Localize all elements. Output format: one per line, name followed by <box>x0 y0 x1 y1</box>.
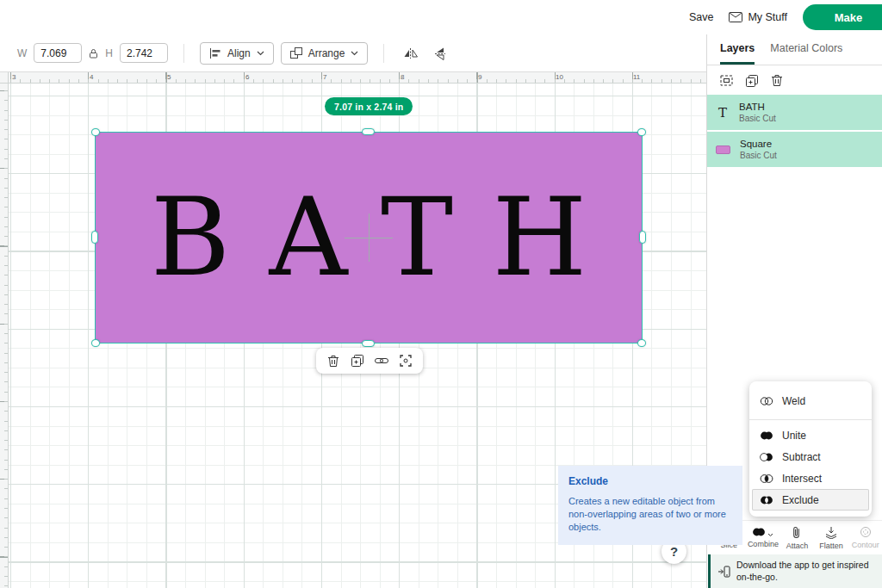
promo-text: Download the app to get inspired on-the-… <box>736 560 877 582</box>
combine-button[interactable]: Combine <box>747 521 780 554</box>
action-label: Flatten <box>819 542 843 550</box>
ruler-number: 6 <box>245 73 249 81</box>
selected-object[interactable]: BATH <box>95 132 643 344</box>
flatten-button[interactable]: Flatten <box>815 521 848 554</box>
chevron-down-icon <box>351 51 358 56</box>
contour-button[interactable]: Contour <box>848 521 882 554</box>
selection-handle-top-right[interactable] <box>637 128 646 136</box>
action-label: Combine <box>748 540 779 548</box>
ruler-corner <box>0 72 9 84</box>
flip-horizontal-button[interactable] <box>400 42 422 65</box>
chevron-down-icon <box>767 533 773 537</box>
layer-row-square[interactable]: Square Basic Cut <box>707 132 882 167</box>
contour-icon <box>859 526 873 538</box>
menu-item-subtract[interactable]: Subtract <box>749 446 872 467</box>
ruler-number: 11 <box>633 73 640 81</box>
dimensions-badge: 7.07 in x 2.74 in <box>325 97 413 115</box>
tooltip-title: Exclude <box>568 475 732 487</box>
combine-menu: Weld Unite Subtract Intersect Exclude <box>749 381 872 517</box>
ruler-number: 3 <box>12 73 16 81</box>
text-layer-icon: T <box>715 105 730 121</box>
exclude-icon <box>760 495 773 505</box>
menu-item-label: Subtract <box>782 451 821 463</box>
delete-button[interactable] <box>324 351 343 370</box>
exclude-tooltip: Exclude Creates a new editable object fr… <box>558 466 742 545</box>
phone-download-icon <box>717 566 730 578</box>
selection-handle-top-center[interactable] <box>362 128 375 135</box>
topbar: Save My Stuff Make <box>0 0 882 34</box>
select-similar-button[interactable] <box>396 351 415 370</box>
duplicate-button[interactable] <box>348 351 367 370</box>
link-button[interactable] <box>372 351 391 370</box>
menu-item-weld[interactable]: Weld <box>749 385 872 418</box>
width-input[interactable] <box>34 43 82 63</box>
selection-handle-bottom-left[interactable] <box>91 339 100 347</box>
save-button[interactable]: Save <box>689 11 714 23</box>
menu-item-unite[interactable]: Unite <box>749 424 872 446</box>
make-button[interactable]: Make <box>803 4 882 30</box>
height-input[interactable] <box>120 43 168 63</box>
height-label: H <box>105 47 113 59</box>
ruler-number: 10 <box>556 73 563 81</box>
layer-name: Square <box>740 139 777 149</box>
arrange-icon <box>290 47 302 59</box>
selection-handle-top-left[interactable] <box>91 128 100 136</box>
weld-icon <box>760 396 773 406</box>
menu-item-exclude[interactable]: Exclude <box>752 489 869 511</box>
flip-vertical-button[interactable] <box>429 42 451 65</box>
menu-item-intersect[interactable]: Intersect <box>749 467 872 489</box>
layer-type: Basic Cut <box>739 114 776 123</box>
lock-icon[interactable] <box>89 48 98 59</box>
toolbar-divider <box>183 44 184 63</box>
selection-handle-middle-right[interactable] <box>639 231 646 244</box>
menu-item-label: Unite <box>782 430 806 442</box>
layer-meta: Square Basic Cut <box>740 139 777 160</box>
edit-toolbar: W H Align Arrange <box>0 34 706 72</box>
menu-item-label: Exclude <box>782 494 819 506</box>
attach-icon <box>792 526 801 539</box>
tooltip-description: Creates a new editable object from non-o… <box>568 495 732 534</box>
ruler-number: 7 <box>323 73 326 81</box>
layer-actions <box>707 65 882 95</box>
width-label: W <box>17 47 27 59</box>
envelope-icon <box>729 12 742 22</box>
duplicate-layer-button[interactable] <box>746 74 758 87</box>
action-label: Attach <box>786 542 809 550</box>
chevron-down-icon <box>257 51 264 56</box>
layer-name: BATH <box>739 102 776 112</box>
align-label: Align <box>227 47 251 59</box>
menu-item-label: Intersect <box>782 473 822 485</box>
shape-layer-swatch-icon <box>716 145 730 154</box>
vertical-ruler <box>0 84 9 588</box>
attach-button[interactable]: Attach <box>780 521 814 554</box>
action-label: Contour <box>852 541 879 549</box>
layer-meta: BATH Basic Cut <box>739 102 776 123</box>
combine-icon <box>752 527 773 537</box>
delete-layer-button[interactable] <box>771 74 783 87</box>
app-promo: Download the app to get inspired on-the-… <box>708 554 882 588</box>
selection-handle-bottom-right[interactable] <box>637 339 646 347</box>
tab-layers[interactable]: Layers <box>720 42 755 65</box>
tab-material-colors[interactable]: Material Colors <box>770 42 842 65</box>
panel-tabs: Layers Material Colors <box>707 34 882 65</box>
selection-handle-bottom-center[interactable] <box>362 340 375 347</box>
menu-divider <box>749 419 872 420</box>
flatten-icon <box>824 526 838 539</box>
horizontal-ruler: 3 4 5 6 7 8 9 10 11 <box>9 72 706 84</box>
ruler-number: 4 <box>90 73 93 81</box>
unite-icon <box>760 430 773 441</box>
select-layer-button[interactable] <box>720 74 733 87</box>
subtract-icon <box>760 452 773 462</box>
ruler-number: 5 <box>167 73 171 81</box>
topbar-actions: Save My Stuff Make <box>689 0 882 34</box>
toolbar-divider <box>383 44 384 63</box>
intersect-icon <box>760 473 773 484</box>
selection-handle-middle-left[interactable] <box>91 231 98 244</box>
my-stuff-button[interactable]: My Stuff <box>729 11 787 23</box>
arrange-dropdown[interactable]: Arrange <box>281 42 369 65</box>
my-stuff-label: My Stuff <box>748 11 787 23</box>
align-dropdown[interactable]: Align <box>200 42 274 65</box>
selection-toolbar <box>316 348 423 374</box>
layer-row-bath[interactable]: T BATH Basic Cut <box>707 95 882 130</box>
ruler-number: 9 <box>478 73 481 81</box>
